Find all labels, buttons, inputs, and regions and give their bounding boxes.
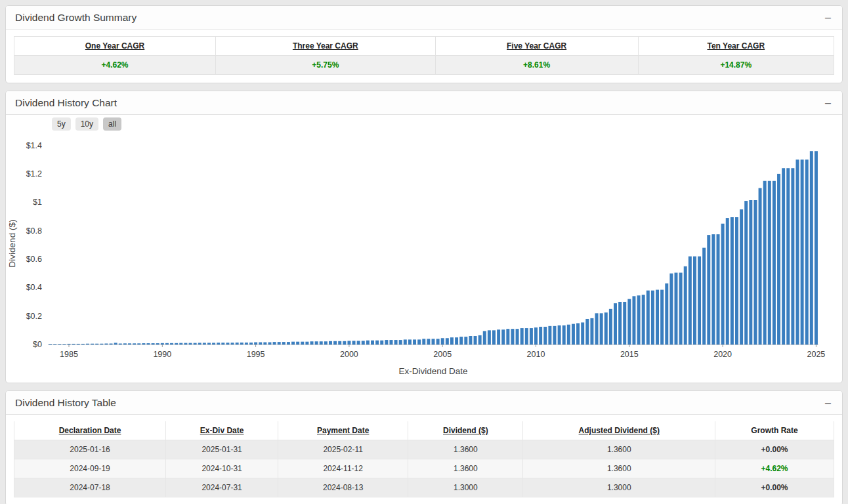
sort-header-declaration-date[interactable]: Declaration Date <box>14 421 166 440</box>
chart-bar <box>236 343 239 345</box>
chart-bar <box>548 326 551 345</box>
chart-bar <box>459 337 463 345</box>
chart-bar <box>735 217 738 345</box>
chart-bar <box>338 341 341 345</box>
chart-bar <box>604 312 608 345</box>
sort-header-dividend[interactable]: Dividend ($) <box>408 421 523 440</box>
chart-bar <box>352 341 356 345</box>
chart-bar <box>72 344 75 345</box>
chart-bar <box>58 344 61 345</box>
chart-bar <box>585 319 589 345</box>
chart-bar <box>539 327 542 345</box>
chart-bar <box>217 343 220 345</box>
svg-text:$0.2: $0.2 <box>26 312 42 321</box>
chart-bar <box>114 343 117 345</box>
table-panel-title: Dividend History Table <box>15 397 116 409</box>
chart-bar <box>483 331 486 345</box>
chart-bar <box>389 340 392 345</box>
svg-text:$0: $0 <box>33 340 42 349</box>
chart-bar <box>53 344 56 345</box>
chart-bar <box>815 151 818 345</box>
chart-bar <box>436 339 440 345</box>
chart-bar <box>455 337 458 345</box>
chart-bar <box>693 257 696 345</box>
chart-bar <box>768 181 771 345</box>
table-panel-header: Dividend History Table – <box>6 391 842 415</box>
svg-text:$0.8: $0.8 <box>26 226 42 236</box>
range-button-all[interactable]: all <box>103 117 121 131</box>
chart-bar <box>717 234 720 345</box>
chart-range-buttons: 5y 10y all <box>52 117 842 131</box>
chart-bar <box>385 340 388 345</box>
summary-col-five-year-cagr: Five Year CAGR <box>435 37 638 56</box>
payment-date-cell: 2024-11-12 <box>278 459 408 478</box>
growth-summary-table: One Year CAGR Three Year CAGR Five Year … <box>14 36 834 75</box>
chart-bar <box>576 323 580 345</box>
dividend-history-table-panel: Dividend History Table – Declaration Dat… <box>5 390 843 504</box>
chart-bar <box>753 200 757 345</box>
chart-bar <box>287 342 290 345</box>
chart-bar <box>104 343 108 345</box>
adjusted-dividend-cell: 1.3000 <box>523 478 715 497</box>
svg-text:$0.6: $0.6 <box>26 255 42 264</box>
chart-bar <box>203 343 206 345</box>
chart-bar <box>394 340 398 345</box>
chart-bar <box>408 339 412 345</box>
chart-bar <box>100 344 103 345</box>
chart-bar <box>469 336 472 345</box>
chart-bar <box>651 291 654 345</box>
svg-text:2015: 2015 <box>620 350 639 359</box>
chart-bar <box>656 290 659 345</box>
chart-bar <box>618 302 622 345</box>
chart-bar <box>347 341 350 345</box>
range-button-10y[interactable]: 10y <box>75 117 98 131</box>
chart-bar <box>642 295 645 345</box>
chart-bar <box>123 343 127 345</box>
chart-bar <box>179 343 182 345</box>
chart-bar <box>282 342 286 345</box>
sort-header-payment-date[interactable]: Payment Date <box>278 421 408 440</box>
sort-header-ex-div-date[interactable]: Ex-Div Date <box>166 421 278 440</box>
chart-bar <box>77 344 80 345</box>
chart-bar <box>310 341 314 345</box>
chart-bar <box>478 335 482 345</box>
chart-bar <box>562 326 566 345</box>
svg-text:$1.2: $1.2 <box>26 169 42 178</box>
chart-bar <box>726 218 729 345</box>
sort-header-adjusted-dividend[interactable]: Adjusted Dividend ($) <box>523 421 715 440</box>
chart-bar <box>207 343 211 345</box>
chart-bar <box>315 341 318 345</box>
chart-bar <box>291 342 295 345</box>
chart-bar <box>137 343 140 345</box>
chart-collapse-button[interactable]: – <box>823 98 833 108</box>
chart-bar <box>744 201 748 345</box>
svg-text:1990: 1990 <box>153 350 171 359</box>
summary-collapse-button[interactable]: – <box>823 12 833 23</box>
chart-bar <box>731 217 734 345</box>
chart-bar <box>301 342 304 345</box>
three-year-cagr-value: +5.75% <box>215 56 435 75</box>
table-collapse-button[interactable]: – <box>823 398 833 408</box>
svg-text:1985: 1985 <box>60 350 78 359</box>
one-year-cagr-value: +4.62% <box>14 56 216 75</box>
adjusted-dividend-cell: 1.3600 <box>523 440 715 459</box>
chart-bar <box>464 337 467 345</box>
chart-bar <box>721 224 725 345</box>
chart-bar <box>161 343 164 345</box>
chart-bar <box>506 329 509 345</box>
svg-text:$0.4: $0.4 <box>26 283 42 292</box>
chart-bar <box>553 326 557 345</box>
chart-bar <box>375 341 379 345</box>
svg-text:2000: 2000 <box>340 350 358 359</box>
chart-bar <box>305 342 308 345</box>
summary-values-row: +4.62% +5.75% +8.61% +14.87% <box>14 56 834 75</box>
chart-bar <box>278 342 281 345</box>
range-button-5y[interactable]: 5y <box>52 117 71 131</box>
declaration-date-cell: 2024-07-18 <box>14 478 166 497</box>
chart-bar <box>530 328 533 345</box>
chart-bar <box>637 295 641 345</box>
chart-bar <box>259 343 262 345</box>
chart-bar <box>240 343 244 345</box>
chart-bar <box>86 344 89 345</box>
dividend-history-bar-chart: $0$0.2$0.4$0.6$0.8$1$1.2$1.4198519901995… <box>6 135 826 379</box>
